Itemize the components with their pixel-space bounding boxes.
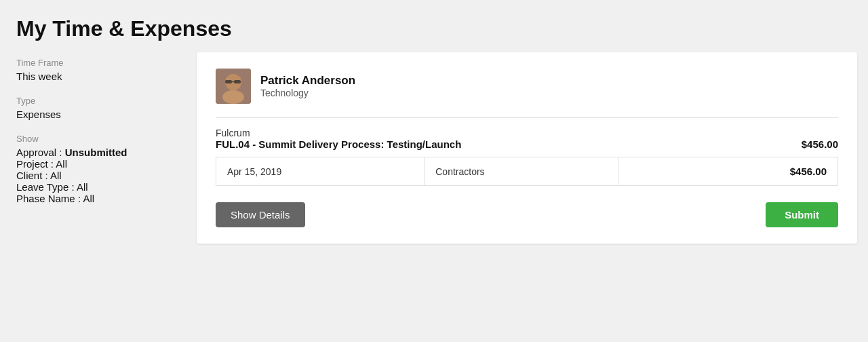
expense-card: Patrick Anderson Technology Fulcrum FUL.… (197, 52, 857, 244)
phase-name-filter: Phase Name : All (16, 193, 180, 204)
show-details-button[interactable]: Show Details (216, 202, 305, 227)
project-filter: Project : All (16, 158, 180, 170)
expense-table: Apr 15, 2019 Contractors $456.00 (216, 157, 838, 186)
person-dept: Technology (260, 88, 355, 98)
sidebar: Time Frame This week Type Expenses Show … (0, 52, 197, 331)
project-section: Fulcrum FUL.04 - Summit Delivery Process… (216, 117, 838, 150)
expense-category-cell: Contractors (425, 157, 618, 186)
svg-point-2 (222, 90, 244, 104)
table-row: Apr 15, 2019 Contractors $456.00 (216, 157, 838, 186)
card-footer: Show Details Submit (216, 202, 838, 227)
person-name: Patrick Anderson (260, 74, 355, 88)
sidebar-show-section: Show Approval : Unsubmitted Project : Al… (16, 134, 180, 204)
type-label: Type (16, 96, 180, 106)
project-name: FUL.04 - Summit Delivery Process: Testin… (216, 138, 461, 150)
leave-type-filter: Leave Type : All (16, 181, 180, 193)
sidebar-timeframe-section: Time Frame This week (16, 58, 180, 82)
avatar (216, 69, 251, 104)
timeframe-value: This week (16, 71, 180, 82)
expense-date-cell: Apr 15, 2019 (216, 157, 425, 186)
expense-empty-cell (618, 157, 678, 186)
project-total-amount: $456.00 (802, 138, 838, 150)
content-area: Patrick Anderson Technology Fulcrum FUL.… (197, 52, 868, 331)
approval-filter-value: Unsubmitted (65, 147, 127, 158)
person-info: Patrick Anderson Technology (260, 74, 355, 98)
submit-button[interactable]: Submit (766, 202, 838, 227)
type-value: Expenses (16, 109, 180, 120)
approval-filter: Approval : Unsubmitted (16, 147, 180, 158)
project-info-row: FUL.04 - Summit Delivery Process: Testin… (216, 138, 838, 150)
approval-filter-label: Approval : (16, 147, 65, 158)
svg-rect-4 (225, 80, 232, 83)
person-header: Patrick Anderson Technology (216, 69, 838, 104)
show-label: Show (16, 134, 180, 144)
page-title: My Time & Expenses (16, 16, 852, 41)
sidebar-type-section: Type Expenses (16, 96, 180, 120)
client-filter: Client : All (16, 170, 180, 181)
project-client: Fulcrum (216, 128, 838, 138)
timeframe-label: Time Frame (16, 58, 180, 68)
svg-rect-5 (234, 80, 241, 83)
expense-amount-cell: $456.00 (678, 157, 838, 186)
